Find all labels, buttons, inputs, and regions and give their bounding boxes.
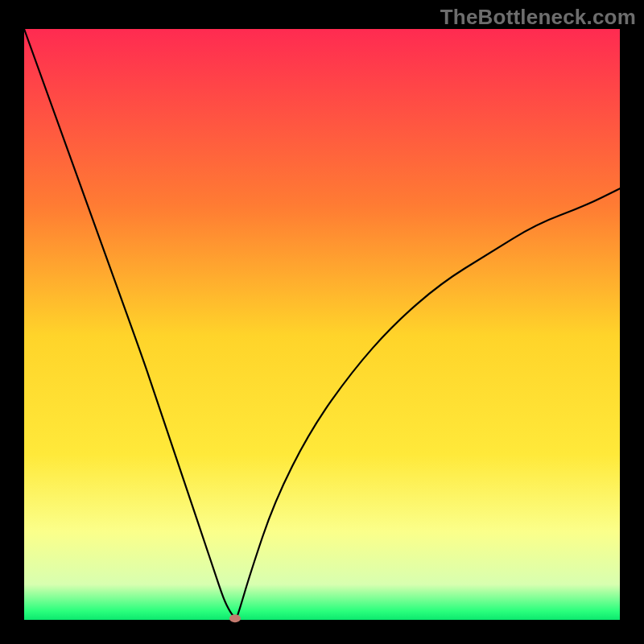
plot-background [24, 29, 620, 620]
bottleneck-chart [0, 0, 644, 644]
optimum-marker [229, 614, 241, 622]
watermark-text: TheBottleneck.com [440, 5, 636, 30]
chart-frame: TheBottleneck.com [0, 0, 644, 644]
